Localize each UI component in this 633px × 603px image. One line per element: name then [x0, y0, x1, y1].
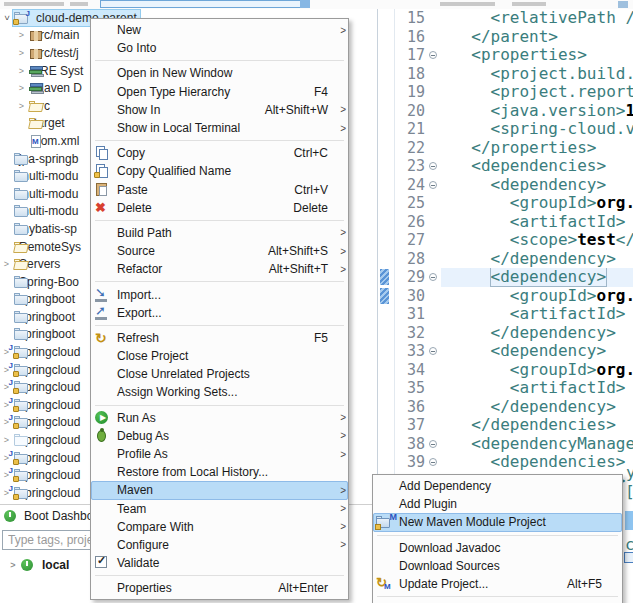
menu-item-show-in-local-terminal[interactable]: Show in Local Terminal>	[91, 119, 348, 137]
fold-collapse-icon[interactable]	[425, 46, 441, 65]
chevron-expanded-icon[interactable]: >	[2, 11, 12, 24]
menu-item-properties[interactable]: PropertiesAlt+Enter	[91, 579, 348, 597]
chevron-collapsed-icon[interactable]: >	[15, 101, 28, 111]
chevron-collapsed-icon[interactable]: >	[0, 435, 13, 445]
fold-collapse-icon[interactable]	[425, 268, 441, 287]
menu-item-label: Copy	[117, 146, 294, 160]
menu-item-go-into[interactable]: Go Into	[91, 39, 348, 57]
menu-item-new-maven-module-project[interactable]: MNew Maven Module Project	[373, 513, 622, 531]
code-line-21[interactable]: 21 <spring-cloud.ve	[378, 120, 633, 139]
chevron-collapsed-icon[interactable]: >	[15, 83, 28, 93]
menu-item-export[interactable]: ➚Export...	[91, 304, 348, 322]
menu-item-label: Close Project	[117, 349, 334, 363]
code-line-28[interactable]: 28 </dependency>	[378, 250, 633, 269]
menu-item-debug-as[interactable]: Debug As>	[91, 427, 348, 445]
menu-item-update-project[interactable]: ↻MUpdate Project...Alt+F5	[373, 575, 622, 593]
code-line-32[interactable]: 32 </dependency>	[378, 324, 633, 343]
menu-item-label: Open Type Hierarchy	[117, 85, 314, 99]
menu-item-validate[interactable]: ✓Validate	[91, 554, 348, 572]
code-line-29[interactable]: 29 <dependency>	[378, 268, 633, 287]
annotation-ruler	[378, 342, 395, 361]
menu-item-copy-qualified-name[interactable]: Copy Qualified Name	[91, 162, 348, 180]
menu-item-run-as[interactable]: ▶Run As>	[91, 409, 348, 427]
code-text: <groupId>org.	[441, 361, 633, 380]
menu-item-label: Refresh	[117, 331, 314, 345]
menu-item-assign-working-sets[interactable]: Assign Working Sets...	[91, 383, 348, 401]
tree-row-content: Jspringcloud	[13, 415, 83, 429]
code-line-20[interactable]: 20 <java.version>1.	[378, 102, 633, 121]
code-line-37[interactable]: 37 </dependencies>	[378, 416, 633, 435]
menu-item-configure[interactable]: Configure>	[91, 536, 348, 554]
editor-selection-marker	[625, 511, 633, 530]
line-number: 25	[395, 194, 425, 213]
chevron-collapsed-icon[interactable]: >	[15, 48, 28, 58]
code-line-17[interactable]: 17 <properties>	[378, 46, 633, 65]
menu-item-refresh[interactable]: ↻RefreshF5	[91, 329, 348, 347]
annotation-ruler	[378, 435, 395, 454]
chevron-collapsed-icon[interactable]: >	[15, 66, 28, 76]
fold-collapse-icon[interactable]	[425, 453, 441, 472]
menu-item-close-unrelated-projects[interactable]: Close Unrelated Projects	[91, 365, 348, 383]
code-line-31[interactable]: 31 <artifactId>	[378, 305, 633, 324]
copy2-icon	[93, 163, 117, 179]
line-number: 30	[395, 287, 425, 306]
code-line-27[interactable]: 27 <scope>test</scope>	[378, 231, 633, 250]
code-line-36[interactable]: 36 </dependency>	[378, 398, 633, 417]
code-line-34[interactable]: 34 <groupId>org.	[378, 361, 633, 380]
code-line-19[interactable]: 19 <project.reporti	[378, 83, 633, 102]
menu-item-source[interactable]: SourceAlt+Shift+S>	[91, 242, 348, 260]
code-line-39[interactable]: 39 <dependencies>	[378, 453, 633, 472]
menu-item-import[interactable]: ➘Import...	[91, 285, 348, 303]
chevron-right-icon[interactable]: >	[6, 560, 20, 570]
line-number: 27	[395, 231, 425, 250]
chevron-collapsed-icon[interactable]: >	[15, 30, 28, 40]
menu-item-compare-with[interactable]: Compare With>	[91, 518, 348, 536]
menu-item-maven[interactable]: Maven>	[91, 481, 348, 499]
code-line-30[interactable]: 30 <groupId>org.	[378, 287, 633, 306]
menu-item-label: Compare With	[117, 520, 334, 534]
code-line-22[interactable]: 22 </properties>	[378, 139, 633, 158]
menu-icon-spacer	[93, 22, 117, 38]
code-line-38[interactable]: 38 <dependencyManagement>	[378, 435, 633, 454]
menu-item-new[interactable]: New>	[91, 21, 348, 39]
menu-item-show-in[interactable]: Show InAlt+Shift+W>	[91, 101, 348, 119]
menu-item-download-sources[interactable]: Download Sources	[373, 557, 622, 575]
fold-collapse-icon[interactable]	[425, 435, 441, 454]
menu-item-add-dependency[interactable]: Add Dependency	[373, 477, 622, 495]
filter-box-fragment[interactable]	[100, 0, 305, 8]
code-line-25[interactable]: 25 <groupId>org.	[378, 194, 633, 213]
code-line-24[interactable]: 24 <dependency>	[378, 176, 633, 195]
menu-item-restore-from-local-history[interactable]: Restore from Local History...	[91, 463, 348, 481]
line-number: 31	[395, 305, 425, 324]
menu-item-download-javadoc[interactable]: Download Javadoc	[373, 539, 622, 557]
menu-item-add-plugin[interactable]: Add Plugin	[373, 495, 622, 513]
code-line-16[interactable]: 16 </parent>	[378, 28, 633, 47]
fold-collapse-icon[interactable]	[425, 342, 441, 361]
menu-item-copy[interactable]: CopyCtrl+C	[91, 144, 348, 162]
code-line-26[interactable]: 26 <artifactId>	[378, 213, 633, 232]
menu-separator	[95, 140, 344, 141]
code-line-35[interactable]: 35 <artifactId>	[378, 379, 633, 398]
code-line-18[interactable]: 18 <project.build.s	[378, 65, 633, 84]
menu-item-refactor[interactable]: RefactorAlt+Shift+T>	[91, 260, 348, 278]
menu-item-profile-as[interactable]: Profile As>	[91, 445, 348, 463]
code-line-23[interactable]: 23 <dependencies>	[378, 157, 633, 176]
code-text: <relativePath />	[441, 9, 633, 28]
menu-item-team[interactable]: Team>	[91, 500, 348, 518]
menu-item-build-path[interactable]: Build Path>	[91, 224, 348, 242]
code-area[interactable]: 15 <relativePath />16 </parent>17 <prope…	[378, 9, 633, 490]
toolbar-button-fragment[interactable]	[300, 0, 310, 8]
chevron-collapsed-icon[interactable]: >	[0, 259, 13, 269]
code-line-33[interactable]: 33 <dependency>	[378, 342, 633, 361]
fold-collapse-icon[interactable]	[425, 176, 441, 195]
code-text: <dependency>	[441, 268, 633, 287]
line-number: 37	[395, 416, 425, 435]
code-line-15[interactable]: 15 <relativePath />	[378, 9, 633, 28]
menu-item-delete[interactable]: ✖DeleteDelete	[91, 199, 348, 217]
menu-item-open-type-hierarchy[interactable]: Open Type HierarchyF4	[91, 83, 348, 101]
menu-item-paste[interactable]: PasteCtrl+V	[91, 181, 348, 199]
menu-item-open-in-new-window[interactable]: Open in New Window	[91, 64, 348, 82]
menu-item-close-project[interactable]: Close Project	[91, 347, 348, 365]
fold-column	[425, 398, 441, 417]
fold-collapse-icon[interactable]	[425, 157, 441, 176]
